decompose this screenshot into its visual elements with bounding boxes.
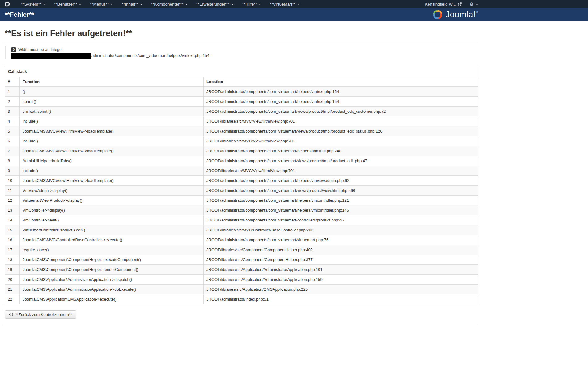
chevron-down-icon [231, 4, 234, 5]
stack-number: 22 [5, 294, 20, 304]
table-row: 2sprintf()JROOT/administrator/components… [5, 96, 478, 106]
stack-location: JROOT/administrator/components/com_virtu… [204, 175, 478, 185]
redacted-path [11, 53, 91, 59]
menu-item-label: **Hilfe** [242, 2, 257, 6]
table-row: 22Joomla\CMS\Application\CMSApplication-… [5, 294, 478, 304]
table-row: 8AdminUIHelper::buildTabs()JROOT/adminis… [5, 156, 478, 166]
error-location-line: administrator/components/com_virtuemart/… [11, 53, 478, 59]
stack-location: JROOT/administrator/components/com_virtu… [204, 195, 478, 205]
stack-number: 8 [5, 156, 20, 166]
settings-menu[interactable]: ⚙ [470, 2, 478, 6]
error-heading: **Es ist ein Fehler aufgetreten!** [5, 29, 478, 38]
stack-number: 5 [5, 126, 20, 136]
call-stack-caption-row: Call stack [5, 66, 478, 77]
chevron-down-icon [43, 4, 45, 5]
stack-function: Joomla\CMS\MVC\View\HtmlView->loadTempla… [20, 175, 204, 185]
stack-number: 11 [5, 185, 20, 195]
menu-item-komponenten[interactable]: **Komponenten** [147, 0, 192, 8]
table-row: 17require_once()JROOT/libraries/src/Comp… [5, 245, 478, 255]
chevron-down-icon [297, 4, 299, 5]
stack-location: JROOT/administrator/components/com_virtu… [204, 96, 478, 106]
stack-function: vmText::sprintf() [20, 106, 204, 116]
table-row: 20Joomla\CMS\Application\AdministratorAp… [5, 274, 478, 284]
joomla-logo: Joomla!® [432, 10, 478, 19]
stack-location: JROOT/administrator/components/com_virtu… [204, 126, 478, 136]
joomla-logo-text: Joomla!® [446, 10, 478, 19]
stack-location: JROOT/libraries/src/MVC/View/HtmlView.ph… [204, 136, 478, 146]
stack-location: JROOT/libraries/src/Application/Administ… [204, 264, 478, 274]
call-stack-header-row: # Function Location [5, 77, 478, 86]
stack-function: Joomla\CMS\Application\AdministratorAppl… [20, 284, 204, 294]
joomla-logo-icon [432, 10, 443, 19]
table-row: 5Joomla\CMS\MVC\View\HtmlView->loadTempl… [5, 126, 478, 136]
stack-number: 1 [5, 86, 20, 96]
menu-item-virtuemart[interactable]: **VirtueMart** [265, 0, 304, 8]
menu-item-hilfe[interactable]: **Hilfe** [238, 0, 265, 8]
dashboard-icon [9, 312, 13, 317]
user-menu[interactable]: Kensingfield W... [425, 2, 462, 6]
stack-function: include() [20, 116, 204, 126]
stack-function: include() [20, 166, 204, 175]
error-location-text: administrator/components/com_virtuemart/… [91, 53, 209, 58]
stack-function: Joomla\CMS\Application\CMSApplication->e… [20, 294, 204, 304]
stack-function: Joomla\CMS\Component\ComponentHelper::ex… [20, 255, 204, 264]
stack-number: 7 [5, 146, 20, 156]
stack-location: JROOT/administrator/components/com_virtu… [204, 235, 478, 245]
stack-function: Joomla\CMS\MVC\View\HtmlView->loadTempla… [20, 146, 204, 156]
stack-location: JROOT/administrator/components/com_virtu… [204, 185, 478, 195]
table-row: 4include()JROOT/libraries/src/MVC/View/H… [5, 116, 478, 126]
error-message-text: Width must be an integer [18, 47, 63, 53]
table-row: 13VmController->display()JROOT/administr… [5, 205, 478, 215]
stack-location: JROOT/libraries/src/Application/Administ… [204, 274, 478, 284]
footer-divider [5, 326, 478, 326]
gear-icon: ⚙ [470, 2, 474, 6]
stack-location: JROOT/administrator/components/com_virtu… [204, 215, 478, 225]
back-button-label: **Zurück zum Kontrollzentrum** [15, 312, 72, 317]
column-header-location: Location [204, 77, 478, 86]
stack-number: 9 [5, 166, 20, 175]
stack-function: VmController->edit() [20, 215, 204, 225]
heading-divider [5, 42, 478, 42]
stack-function: include() [20, 136, 204, 146]
menu-item-label: **Erweiterungen** [196, 2, 230, 6]
table-row: 9include()JROOT/libraries/src/MVC/View/H… [5, 166, 478, 175]
menu-item-benutzer[interactable]: **Benutzer** [50, 0, 86, 8]
stack-function: VirtuemartViewProduct->display() [20, 195, 204, 205]
call-stack-table: Call stack # Function Location 1()JROOT/… [5, 66, 478, 304]
table-row: 7Joomla\CMS\MVC\View\HtmlView->loadTempl… [5, 146, 478, 156]
stack-function: VirtuemartControllerProduct->edit() [20, 225, 204, 235]
stack-number: 14 [5, 215, 20, 225]
stack-location: JROOT/administrator/components/com_virtu… [204, 205, 478, 215]
table-row: 10Joomla\CMS\MVC\View\HtmlView->loadTemp… [5, 175, 478, 185]
stack-function: Joomla\CMS\Application\AdministratorAppl… [20, 274, 204, 284]
stack-number: 13 [5, 205, 20, 215]
chevron-down-icon [140, 4, 142, 5]
table-row: 18Joomla\CMS\Component\ComponentHelper::… [5, 255, 478, 264]
menu-item-label: **Menüs** [90, 2, 109, 6]
menu-item-system[interactable]: **System** [17, 0, 50, 8]
stack-location: JROOT/administrator/index.php:51 [204, 294, 478, 304]
table-row: 1()JROOT/administrator/components/com_vi… [5, 86, 478, 96]
table-row: 16Joomla\CMS\MVC\Controller\BaseControll… [5, 235, 478, 245]
table-row: 3vmText::sprintf()JROOT/administrator/co… [5, 106, 478, 116]
table-row: 15VirtuemartControllerProduct->edit()JRO… [5, 225, 478, 235]
menu-item-menüs[interactable]: **Menüs** [86, 0, 117, 8]
chevron-down-icon [476, 4, 478, 5]
stack-number: 17 [5, 245, 20, 255]
column-header-function: Function [20, 77, 204, 86]
stack-location: JROOT/libraries/src/MVC/View/HtmlView.ph… [204, 116, 478, 126]
chevron-down-icon [185, 4, 188, 5]
table-row: 14VmController->edit()JROOT/administrato… [5, 215, 478, 225]
back-to-control-panel-button[interactable]: **Zurück zum Kontrollzentrum** [5, 310, 76, 319]
stack-location: JROOT/administrator/components/com_virtu… [204, 106, 478, 116]
stack-function: () [20, 86, 204, 96]
stack-number: 21 [5, 284, 20, 294]
stack-function: VmController->display() [20, 205, 204, 215]
menu-item-inhalt[interactable]: **Inhalt** [117, 0, 147, 8]
menu-item-erweiterungen[interactable]: **Erweiterungen** [192, 0, 238, 8]
stack-location: JROOT/libraries/src/MVC/Controller/BaseC… [204, 225, 478, 235]
stack-location: JROOT/libraries/src/Component/ComponentH… [204, 245, 478, 255]
stack-location: JROOT/administrator/components/com_virtu… [204, 146, 478, 156]
stack-location: JROOT/libraries/src/Component/ComponentH… [204, 255, 478, 264]
menu-item-label: **VirtueMart** [270, 2, 295, 6]
